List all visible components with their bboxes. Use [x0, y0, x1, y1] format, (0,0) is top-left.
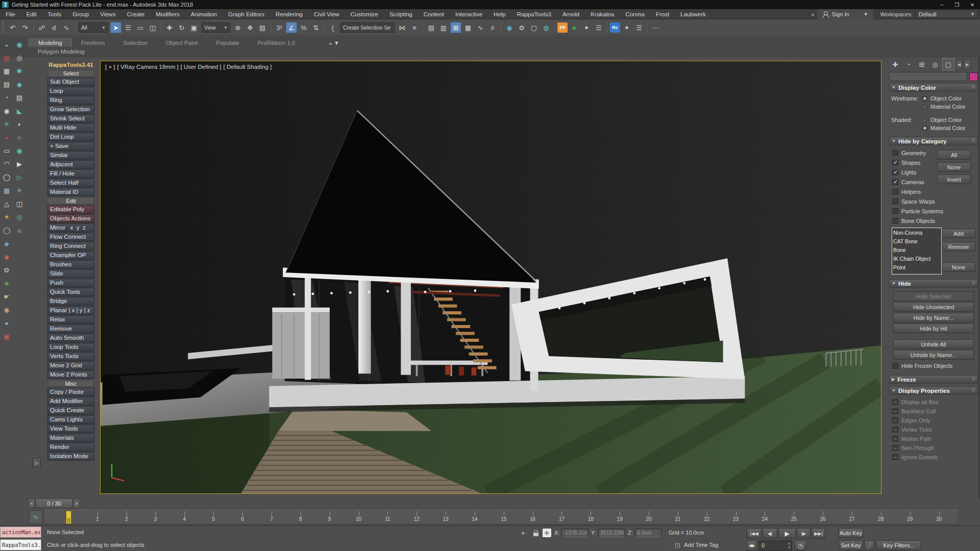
auto-key-button[interactable]: Auto Key [839, 528, 863, 538]
left-toolbar-icon[interactable]: ▭ [2, 145, 12, 156]
schematic-view-icon[interactable]: # [487, 22, 498, 33]
new-scene-explorer-icon[interactable]: ▦ [462, 22, 474, 33]
next-frame-button[interactable]: |▶ [797, 528, 811, 539]
mirror-icon[interactable]: ⋈ [397, 22, 408, 33]
hide-button-unhide-by-name[interactable]: Unhide by Name... [893, 350, 974, 360]
menu-item-views[interactable]: Views [94, 9, 121, 19]
left-toolbar-icon[interactable]: ◆ [14, 79, 24, 89]
menu-item-corona[interactable]: Corona [620, 9, 650, 19]
exclude-list-item-bone[interactable]: Bone [893, 246, 940, 255]
hide-frozen-objects-checkbox[interactable] [892, 363, 898, 369]
percent-snap-icon[interactable]: % [298, 22, 309, 33]
maxscript-listener-line1[interactable]: actionMan.exe [0, 527, 41, 538]
category-invert-button[interactable]: Invert [937, 174, 971, 184]
category-checkbox-space-warps[interactable] [892, 198, 898, 205]
viewport-label-segment-1[interactable]: [ VRay Camera 18mm ] [117, 64, 179, 70]
display-property-checkbox[interactable] [892, 454, 898, 460]
left-toolbar-icon[interactable]: ◉ [2, 106, 12, 116]
rappatools-button-slide[interactable]: Slide [47, 269, 94, 278]
render-icon[interactable]: ◍ [541, 22, 552, 33]
display-property-checkbox[interactable] [892, 445, 898, 451]
left-toolbar-icon[interactable]: ☛ [2, 291, 12, 302]
object-name-field[interactable] [889, 72, 967, 81]
display-property-checkbox[interactable] [892, 408, 898, 414]
panel-scrollbar[interactable] [978, 57, 980, 499]
rappatools-button-quick-tools[interactable]: Quick Tools [47, 288, 94, 296]
next-frame-arrow[interactable]: > [73, 498, 80, 508]
category-all-button[interactable]: All [937, 150, 971, 160]
left-toolbar-icon[interactable]: ▤ [2, 79, 12, 89]
left-toolbar-icon[interactable]: ▣ [2, 331, 12, 341]
menu-item-help[interactable]: Help [488, 9, 511, 19]
left-toolbar-icon[interactable]: ◯ [2, 172, 12, 182]
y-coordinate-field[interactable]: 2610.328cm [598, 529, 625, 537]
rappatools-button-similar[interactable]: Similar [47, 151, 94, 160]
display-property-checkbox[interactable] [892, 417, 898, 423]
create-tab-icon[interactable]: ✚ [889, 58, 901, 70]
category-checkbox-geometry[interactable] [892, 150, 898, 156]
more-tools-icon[interactable]: ⋯ [650, 22, 662, 33]
rappatools-button-sub-object[interactable]: Sub Object [47, 78, 94, 86]
category-checkbox-bone-objects[interactable] [892, 218, 898, 224]
ribbon-tab-selection[interactable]: Selection [114, 39, 156, 47]
track-bar[interactable]: 0123456789101112131415161718192021222324… [45, 510, 958, 524]
freeze-header[interactable]: ▶ Freeze ⠿ [889, 375, 978, 384]
rappatools-button-move-2-grid[interactable]: Move 2 Grid [47, 361, 94, 370]
rappatools-button-planar-x-y-z[interactable]: Planar | x | y | z [47, 306, 94, 315]
exclude-listbox[interactable]: Non-CoronaCAT BoneBoneIK Chain ObjectPoi… [892, 228, 942, 274]
category-checkbox-cameras[interactable] [892, 179, 898, 185]
viewport-label-segment-3[interactable]: [ Default Shading ] [224, 64, 272, 70]
rappatools-flyout-button[interactable]: ▷ [33, 458, 41, 467]
left-toolbar-icon[interactable]: ◎ [14, 53, 24, 63]
railclone-icon[interactable]: Rc [610, 22, 620, 33]
menu-item-customize[interactable]: Customize [345, 9, 384, 19]
left-toolbar-icon[interactable]: ◉ [14, 145, 24, 156]
display-properties-header[interactable]: ▼ Display Properties ⠿ [889, 386, 978, 395]
menu-item-group[interactable]: Group [67, 9, 94, 19]
menu-item-modifiers[interactable]: Modifiers [150, 9, 185, 19]
display-property-checkbox[interactable] [892, 427, 898, 433]
set-key-button[interactable]: Set Key [839, 540, 863, 550]
menu-item-create[interactable]: Create [121, 9, 151, 19]
left-toolbar-icon[interactable]: ◉ [2, 305, 12, 315]
menu-item-graph-editors[interactable]: Graph Editors [223, 9, 270, 19]
left-toolbar-icon[interactable]: ♣ [2, 278, 12, 288]
railclone-lister-icon[interactable]: ☰ [633, 22, 645, 33]
workspaces-dropdown[interactable]: Default▼ [916, 10, 978, 18]
x-coordinate-field[interactable]: -1376.1cm [561, 529, 588, 537]
rappatools-button-grow-selection[interactable]: Grow Selection [47, 105, 94, 114]
rappatools-button-copy-paste[interactable]: Copy / Paste [47, 388, 94, 396]
selection-lock-icon[interactable] [531, 528, 541, 538]
motion-tab-icon[interactable]: ◎ [929, 58, 941, 70]
menu-item-civil-view[interactable]: Civil View [308, 9, 345, 19]
panel-scroll-left-icon[interactable]: ◀ [955, 59, 963, 69]
hide-button-hide-by-name[interactable]: Hide by Name... [893, 313, 974, 322]
rappatools-button-select-half[interactable]: Select Half [47, 179, 94, 187]
object-color-swatch[interactable] [969, 72, 978, 81]
hide-button-hide-unselected[interactable]: Hide Unselected [893, 302, 974, 312]
category-checkbox-shapes[interactable] [892, 160, 898, 166]
left-toolbar-icon[interactable]: ✳ [14, 185, 24, 195]
select-and-rotate-icon[interactable]: ↻ [176, 22, 187, 33]
minimize-button[interactable]: ─ [934, 0, 949, 9]
forest-pack-icon[interactable]: FP [557, 22, 568, 33]
rappatools-button-objects-actions[interactable]: Objects Actions [47, 214, 94, 223]
exclude-list-item-non-corona[interactable]: Non-Corona [893, 229, 940, 237]
rappatools-button-auto-smooth[interactable]: Auto Smooth [47, 334, 94, 342]
mini-curve-editor-button[interactable]: ∿ [29, 510, 42, 524]
left-toolbar-icon[interactable]: ▥ [2, 53, 12, 63]
curve-editor-icon[interactable]: ∿ [475, 22, 486, 33]
use-pivot-center-icon[interactable]: ⊕ [232, 22, 243, 33]
rappatools-button-relax[interactable]: Relax [47, 315, 94, 324]
ribbon-tab-freeform[interactable]: Freeform [72, 39, 114, 47]
polygon-modeling-panel-tab[interactable]: Polygon Modeling [38, 48, 84, 55]
left-toolbar-icon[interactable]: ✳ [2, 119, 12, 129]
maximize-button[interactable]: ❒ [949, 0, 965, 9]
rappatools-button-ring[interactable]: Ring [47, 96, 94, 105]
rappatools-button-save[interactable]: + Save [47, 142, 94, 151]
hierarchy-tab-icon[interactable]: ⊞ [916, 58, 928, 70]
time-configuration-button[interactable]: ◷ [794, 540, 806, 551]
window-crossing-icon[interactable]: ◫ [147, 22, 158, 33]
left-toolbar-icon[interactable]: ▤ [14, 92, 24, 103]
go-to-end-button[interactable]: ▶▶| [812, 528, 825, 539]
